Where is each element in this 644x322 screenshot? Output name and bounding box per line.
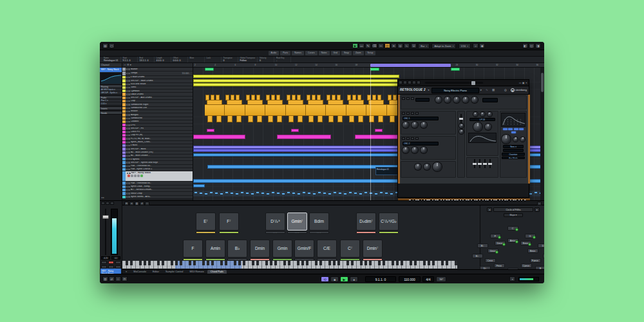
position-display[interactable]: 9.1.1. 0 xyxy=(365,276,396,282)
track-list-header[interactable]: ＋ ⚙ ▾ xyxy=(122,63,193,68)
split-tool-icon[interactable]: ✂ xyxy=(378,43,384,48)
assistant-chord-button[interactable]: Emin xyxy=(520,241,531,245)
window-layout-icon[interactable]: ▤ xyxy=(102,43,108,48)
plugin-knob[interactable] xyxy=(421,122,427,128)
plugin-knob[interactable] xyxy=(433,162,442,171)
assistant-next-icon[interactable]: ▸ xyxy=(535,207,540,212)
glue-tool-icon[interactable]: ◫ xyxy=(384,43,390,48)
chord-pad-voicing-bar[interactable]: ··· xyxy=(363,258,383,261)
assistant-chord-button[interactable]: C♯min xyxy=(521,263,532,268)
chord-pad-voicing-bar[interactable]: ··· xyxy=(227,258,247,261)
cycle-region[interactable] xyxy=(370,64,451,67)
count-in-icon[interactable]: ⊡ xyxy=(122,276,128,281)
chord-pad[interactable]: F xyxy=(183,240,203,258)
toolbar-chip[interactable]: Zoom xyxy=(353,51,364,55)
chord-pad-voicing-bar[interactable]: ··· xyxy=(183,258,203,261)
snap-mode-select[interactable]: Adapt to Zoom▾ xyxy=(431,43,456,49)
assistant-chord-button[interactable]: Fmin xyxy=(494,263,505,268)
quantize-select[interactable]: 1/16▾ xyxy=(459,43,471,49)
preset-next-icon[interactable]: ▸ xyxy=(480,88,482,91)
plugin-fx-icon[interactable] xyxy=(417,80,421,84)
assistant-chord-button[interactable]: Dmin xyxy=(495,241,506,245)
assistant-chord-button[interactable]: C xyxy=(507,226,518,231)
env-slider[interactable] xyxy=(484,159,486,168)
monitor-button[interactable] xyxy=(115,265,121,269)
right-zone-toggle-icon[interactable]: ◨ xyxy=(535,43,541,48)
erase-tool-icon[interactable]: ⌫ xyxy=(372,43,377,48)
write-automation-button[interactable] xyxy=(108,265,114,269)
solo-button[interactable] xyxy=(115,261,121,264)
plugin-knob[interactable] xyxy=(502,135,511,144)
chord-pad[interactable]: Gmin/F xyxy=(294,240,314,258)
plugin-rw-icon[interactable] xyxy=(408,80,412,84)
assistant-chord-button[interactable]: Amin xyxy=(507,238,518,243)
inspector-section-header[interactable]: Inserts xyxy=(100,106,122,110)
lfo-led[interactable] xyxy=(519,128,524,130)
lfo-led[interactable] xyxy=(514,128,518,130)
assistant-chord-button[interactable]: G xyxy=(525,234,536,238)
plugin-knob[interactable] xyxy=(459,129,464,134)
track-row[interactable]: KEY - Noisy Stack xyxy=(122,171,193,182)
read-automation-button[interactable] xyxy=(101,265,107,269)
object-select-tool-icon[interactable]: ▶ xyxy=(352,43,358,48)
plugin-knob[interactable] xyxy=(453,97,460,103)
plugin-knob[interactable] xyxy=(415,164,421,170)
assistant-chord-button[interactable]: D xyxy=(538,243,545,248)
toolbar-chip[interactable]: Curves xyxy=(305,51,317,55)
chord-pad-voicing-bar[interactable]: ··· xyxy=(265,231,285,234)
plugin-knob[interactable] xyxy=(480,112,485,117)
toolbar-chip[interactable]: Notes xyxy=(319,51,330,55)
lfo-led[interactable] xyxy=(503,128,507,130)
midi-icon[interactable]: ♪ xyxy=(473,43,478,48)
line-tool-icon[interactable]: ∿ xyxy=(404,43,410,48)
mute-tool-icon[interactable]: ✕ xyxy=(391,43,397,48)
chord-pad[interactable]: C⁷ xyxy=(340,240,360,258)
plugin-knob[interactable] xyxy=(402,122,409,128)
assistant-chord-button[interactable]: E♭ xyxy=(472,254,483,258)
midi-clip-magenta[interactable] xyxy=(291,129,299,132)
tab-channel[interactable]: Channel xyxy=(100,63,122,68)
chord-pad-voicing-bar[interactable]: ··· xyxy=(340,258,360,261)
toolbar-chip[interactable]: Grid xyxy=(331,51,340,55)
inspector-row[interactable]: GROUP - Synths ▾ xyxy=(100,91,122,95)
plugin-knob[interactable] xyxy=(462,97,469,103)
track-row[interactable]: Tempo110.000 ♩ xyxy=(122,71,193,76)
chord-pad-voicing-bar[interactable]: ··· xyxy=(219,231,239,234)
plugin-knob[interactable] xyxy=(488,112,492,117)
zoom-tool-icon[interactable]: ◎ xyxy=(397,43,403,48)
range-tool-icon[interactable]: ▭ xyxy=(359,43,365,48)
assistant-chord-button[interactable]: Cmin xyxy=(485,258,496,263)
audition-icon[interactable]: ◉ xyxy=(479,43,485,48)
info-line-field[interactable]: Start9.1.1. 0 xyxy=(121,57,138,62)
chord-pad[interactable]: D♭dim⁷ xyxy=(356,213,376,231)
record-arm-button[interactable] xyxy=(108,261,114,264)
plugin-knob[interactable] xyxy=(520,137,525,142)
midi-clip-magenta[interactable] xyxy=(375,129,383,132)
chord-pad-voicing-bar[interactable]: ··· xyxy=(196,231,216,234)
setup-icon[interactable]: ▢ xyxy=(109,43,115,48)
chord-pad[interactable]: D⁷/♭⁹ xyxy=(265,213,285,231)
chord-pad[interactable]: C/E xyxy=(317,240,337,258)
plugin-piano-keyboard[interactable] xyxy=(409,200,526,200)
chord-pad[interactable]: E⁷ xyxy=(196,213,216,231)
speaker-icon[interactable]: ◖ xyxy=(509,276,515,281)
toolbar-chip[interactable]: Setup xyxy=(365,51,376,55)
chord-pad[interactable]: F⁷ xyxy=(219,213,239,231)
info-line-field[interactable]: End13.1.1. 0 xyxy=(138,57,155,62)
timeline-ruler[interactable]: 24681012141618202224262830323436 xyxy=(193,63,544,68)
plugin-knob[interactable] xyxy=(421,147,427,153)
constrain-icon[interactable]: ⇄ xyxy=(109,276,115,281)
cycle-button[interactable]: ⟲ xyxy=(321,276,329,282)
info-line-field[interactable]: Global TransposeFollow xyxy=(238,57,258,62)
chord-pads-keyboard[interactable] xyxy=(122,261,457,269)
chord-pad-voicing-bar[interactable]: ··· xyxy=(250,258,270,261)
chord-pad-voicing-bar[interactable]: ··· xyxy=(205,258,225,261)
chord-pad[interactable]: Dmin xyxy=(250,240,270,258)
env-slider[interactable] xyxy=(474,159,475,168)
stop-button[interactable]: ■ xyxy=(330,276,339,282)
chord-pad-voicing-bar[interactable]: ··· xyxy=(287,231,307,234)
plugin-window-buttons[interactable]: ▭ ▣ ✕ xyxy=(519,81,527,84)
plugin-title-bar[interactable]: ▭ ▣ ✕ xyxy=(398,80,529,86)
plugin-menu-icon[interactable] xyxy=(399,80,402,84)
info-line-field[interactable]: Velocity0 xyxy=(258,57,274,62)
